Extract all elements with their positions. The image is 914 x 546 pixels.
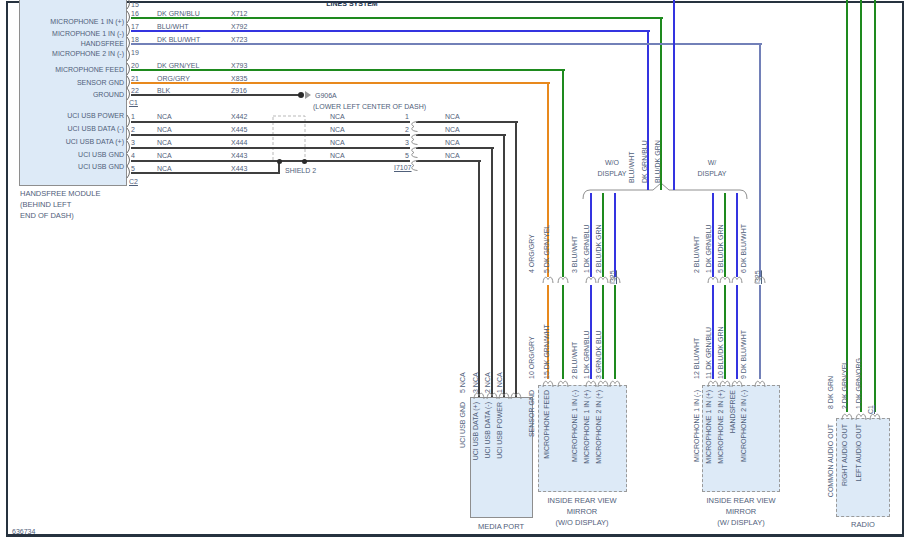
wire-blue bbox=[736, 193, 738, 277]
wire-label-microphone-1-in-(+): MICROPHONE 1 IN (+) bbox=[704, 390, 714, 480]
label-nca: NCA bbox=[445, 112, 460, 121]
pin-bracket-icon bbox=[127, 127, 133, 141]
label-microphone-1-in-: MICROPHONE 1 IN (+) bbox=[50, 17, 124, 26]
wire-blue bbox=[736, 285, 738, 379]
wire-black bbox=[131, 134, 410, 136]
wire-label-left-audio-out: LEFT AUDIO OUT bbox=[854, 424, 864, 514]
connector-pin-icon bbox=[585, 378, 597, 387]
label-nca: NCA bbox=[330, 151, 345, 160]
wiring-diagram-page: HANDSFREE MODULE(BEHIND LEFTEND OF DASH)… bbox=[0, 0, 914, 546]
label-nca: NCA bbox=[445, 138, 460, 147]
wire-label-microphone-2-in-(-): MICROPHONE 2 IN (-) bbox=[739, 390, 749, 480]
connector-pin-icon bbox=[609, 378, 621, 387]
ground-splice-icon bbox=[305, 91, 311, 99]
pin-bracket-icon bbox=[127, 10, 133, 24]
box-caption: HANDSFREE MODULE bbox=[20, 189, 100, 199]
connector-pin-icon bbox=[731, 378, 743, 387]
label-x723: X723 bbox=[231, 35, 247, 44]
label-uci-usb-data-: UCI USB DATA (-) bbox=[67, 124, 124, 133]
connector-pin-icon bbox=[542, 274, 554, 283]
label-nca: NCA bbox=[330, 125, 345, 134]
label-nca: NCA bbox=[157, 164, 172, 173]
label-dk-grn-blu: DK GRN/BLU bbox=[157, 9, 200, 18]
connector-pin-icon bbox=[869, 411, 881, 420]
wire-label-1-dk-grn-blu: 1 DK GRN/BLU bbox=[704, 183, 714, 273]
label-636734: 636734 bbox=[12, 527, 35, 536]
label-nca: NCA bbox=[157, 125, 172, 134]
connector-ref-i325[interactable]: I325 bbox=[753, 194, 763, 284]
label--lower-left-center-of-dash-: (LOWER LEFT CENTER OF DASH) bbox=[313, 102, 426, 111]
wire-label-8-dk-grn: 8 DK GRN bbox=[826, 319, 836, 409]
connector-pin-icon bbox=[409, 134, 418, 146]
wire-green bbox=[131, 17, 663, 19]
box-caption: (BEHIND LEFT bbox=[20, 200, 71, 210]
connector-ref-c1[interactable]: C1 bbox=[866, 324, 876, 414]
label-nca: NCA bbox=[157, 138, 172, 147]
wire-label-dk-grn-blu: DK GRN/BLU bbox=[640, 93, 650, 183]
wire-label-6-dk-blu-wht: 6 DK BLU/WHT bbox=[739, 183, 749, 273]
connector-pin-icon bbox=[409, 121, 418, 133]
wire-label-1-dk-grn-blu: 1 DK GRN/BLU bbox=[582, 183, 592, 273]
connector-pin-icon bbox=[409, 160, 418, 172]
box-caption: INSIDE REAR VIEW bbox=[661, 496, 821, 506]
wire-label-5-blu-dk-grn: 5 BLU/DK GRN bbox=[716, 183, 726, 273]
connector-pin-icon bbox=[707, 274, 719, 283]
label-dk-grn-yel: DK GRN/YEL bbox=[157, 61, 199, 70]
label-x445: X445 bbox=[231, 125, 247, 134]
wire-label-12-blu-wht: 12 BLU/WHT bbox=[692, 289, 702, 379]
label-nca: NCA bbox=[157, 112, 172, 121]
connector-pin-icon bbox=[754, 274, 766, 283]
wire-black bbox=[515, 122, 517, 397]
wire-label-9-dk-blu-wht: 9 DK BLU/WHT bbox=[739, 289, 749, 379]
wire-slate bbox=[131, 43, 762, 45]
wire-label-right-audio-out: RIGHT AUDIO OUT bbox=[840, 424, 850, 514]
wire-label-blu-dk-grn: BLU/DK GRN bbox=[653, 93, 663, 183]
wire-label-uci-usb-power: UCI USB POWER bbox=[495, 402, 505, 492]
connector-pin-icon bbox=[855, 411, 867, 420]
connector-pin-icon bbox=[510, 390, 522, 399]
label-dk-blu-wht: DK BLU/WHT bbox=[157, 35, 200, 44]
label-x444: X444 bbox=[231, 138, 247, 147]
connector-pin-icon bbox=[707, 378, 719, 387]
wire-label-4-org-gry: 4 ORG/GRY bbox=[527, 183, 537, 273]
connector-ref-i325[interactable]: I325 bbox=[608, 194, 618, 284]
wire-label-microphone-1-in-(-): MICROPHONE 1 IN (-) bbox=[570, 390, 580, 480]
label-blu-wht: BLU/WHT bbox=[157, 22, 189, 31]
wire-label-common-audio-out: COMMON AUDIO OUT bbox=[826, 424, 836, 514]
wire-label-uci-usb-data-(-): UCI USB DATA (-) bbox=[483, 402, 493, 492]
pin-bracket-icon bbox=[127, 48, 133, 62]
label-microphone-1-in-: MICROPHONE 1 IN (-) bbox=[52, 29, 124, 38]
wire-black bbox=[131, 147, 410, 149]
wire-label-3-nca: 3 NCA bbox=[471, 303, 481, 393]
connector-pin-icon bbox=[719, 378, 731, 387]
wire-label-15-dk-grn-wht: 15 DK GRN/WHT bbox=[542, 289, 552, 379]
connector-pin-icon bbox=[585, 274, 597, 283]
wire-black bbox=[416, 134, 506, 136]
label-sensor-gnd: SENSOR GND bbox=[77, 78, 124, 87]
wire-label-microphone-2-in-(+): MICROPHONE 2 IN (+) bbox=[716, 390, 726, 480]
label-uci-usb-data-: UCI USB DATA (+) bbox=[66, 137, 124, 146]
wire-green bbox=[614, 285, 616, 379]
label-lines-system: LINES SYSTEM bbox=[272, 0, 432, 8]
connector-pin-icon bbox=[597, 378, 609, 387]
label-nca: NCA bbox=[445, 151, 460, 160]
label-ground: GROUND bbox=[93, 90, 124, 99]
label-x793: X793 bbox=[231, 61, 247, 70]
wire-black bbox=[131, 172, 280, 174]
box-caption: MIRROR bbox=[661, 507, 821, 517]
wire-label-sensor-gnd: SENSOR GND bbox=[527, 390, 537, 480]
wire-black bbox=[131, 121, 410, 123]
label-x443: X443 bbox=[231, 164, 247, 173]
wire-label-1-dk-grn-blu: 1 DK GRN/BLU bbox=[582, 289, 592, 379]
label-x712: X712 bbox=[231, 9, 247, 18]
wire-label-10-blu-dk-grn: 10 BLU/DK GRN bbox=[716, 289, 726, 379]
ground-splice-g906a bbox=[298, 92, 304, 98]
wire-label-5-dk-grn-yel: 5 DK GRN/YEL bbox=[542, 183, 552, 273]
wire-black bbox=[416, 147, 494, 149]
wire-orange bbox=[131, 82, 550, 84]
connector-pin-icon bbox=[557, 274, 569, 283]
connector-pin-icon bbox=[486, 390, 498, 399]
label-shield-2: SHIELD 2 bbox=[285, 166, 316, 175]
label-x835: X835 bbox=[231, 74, 247, 83]
pin-bracket-icon bbox=[127, 114, 133, 128]
